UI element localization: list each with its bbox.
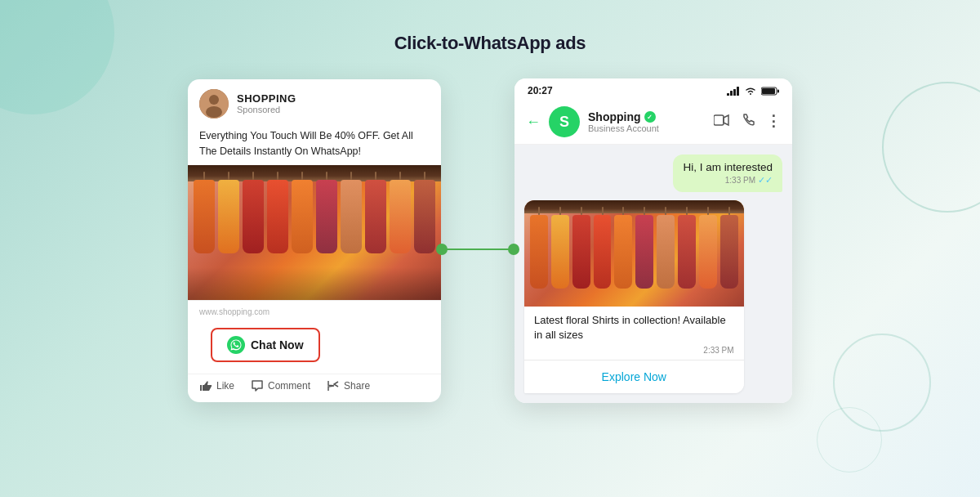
wa-received-text: Latest floral Shirts in collection! Avai… [524, 307, 744, 346]
cloth-3 [243, 172, 264, 253]
verified-badge: ✓ [644, 111, 656, 123]
content-area: SHOPPING Sponsored Everything You Touch … [122, 78, 858, 403]
like-label: Like [216, 380, 234, 392]
wa-bubble-image [524, 200, 744, 307]
wa-header: ← S Shopping ✓ Business Account [514, 100, 792, 145]
svg-rect-10 [714, 115, 724, 125]
wa-contact-info: Shopping ✓ Business Account [588, 110, 706, 133]
video-call-icon[interactable] [714, 114, 730, 130]
cloth-7 [341, 172, 362, 253]
wa-received-bubble: Latest floral Shirts in collection! Avai… [524, 200, 744, 393]
explore-now-button[interactable]: Explore Now [524, 360, 744, 393]
fb-url: www.shopping.com [199, 307, 270, 316]
connector-line [441, 248, 514, 250]
page-title: Click-to-WhatsApp ads [394, 33, 586, 54]
deco-circle-tr [882, 82, 980, 213]
connector [441, 248, 514, 250]
svg-point-2 [206, 106, 222, 118]
svg-rect-8 [762, 88, 775, 94]
image-overlay [188, 267, 441, 300]
chat-btn-container: Chat Now [188, 323, 441, 374]
wa-contact-avatar: S [549, 106, 580, 137]
wifi-icon [744, 86, 757, 96]
fb-ad-text: Everything You Touch Will Be 40% OFF. Ge… [188, 125, 441, 166]
rack-visual [188, 165, 441, 300]
wa-header-actions: ⋮ [714, 114, 781, 130]
cloth-5 [292, 172, 313, 253]
whatsapp-icon [227, 336, 245, 354]
cloth-1 [194, 172, 215, 253]
fb-ad-header: SHOPPING Sponsored [188, 79, 441, 125]
svg-point-1 [209, 95, 219, 105]
cloth-4 [267, 172, 288, 253]
svg-rect-3 [727, 93, 729, 96]
share-action[interactable]: Share [327, 379, 370, 392]
share-label: Share [344, 380, 370, 392]
cloth-6 [316, 172, 337, 253]
fb-ad-card: SHOPPING Sponsored Everything You Touch … [188, 79, 441, 403]
rack-visual-2 [524, 200, 744, 307]
whatsapp-phone: 20:27 [514, 78, 792, 403]
sent-message-text: Hi, I am interested [683, 161, 773, 173]
svg-rect-4 [730, 91, 733, 96]
wa-chat-area: Hi, I am interested 1:33 PM ✓✓ [514, 145, 792, 403]
cloth-2 [218, 172, 239, 253]
phone-call-icon[interactable] [742, 114, 755, 130]
cloth-9 [390, 172, 411, 253]
battery-icon [761, 87, 779, 96]
rack-clothes-2 [524, 207, 744, 307]
cloth-8 [365, 172, 386, 253]
deco-circle-br2 [817, 407, 882, 472]
wa-contact-name: Shopping ✓ [588, 110, 706, 123]
fb-actions: Like Comment Share [188, 374, 441, 402]
wa-sent-bubble: Hi, I am interested 1:33 PM ✓✓ [673, 154, 782, 192]
fb-avatar [199, 89, 229, 119]
chat-now-label: Chat Now [251, 338, 304, 351]
svg-rect-6 [737, 87, 739, 96]
phone-time: 20:27 [528, 85, 553, 96]
comment-action[interactable]: Comment [251, 379, 310, 392]
status-icons [727, 86, 779, 96]
fb-sponsored: Sponsored [237, 105, 296, 114]
wa-sent-meta: 1:33 PM ✓✓ [683, 175, 773, 186]
fb-brand-name: SHOPPING [237, 92, 296, 105]
fb-ad-footer: www.shopping.com [188, 300, 441, 323]
wa-back-button[interactable]: ← [526, 114, 541, 131]
sent-time: 1:33 PM [725, 176, 755, 185]
svg-rect-5 [733, 89, 736, 96]
comment-label: Comment [268, 380, 310, 392]
deco-circle-tl [0, 0, 114, 114]
svg-rect-9 [777, 89, 779, 92]
wa-received-time: 2:33 PM [524, 346, 744, 360]
wa-contact-status: Business Account [588, 123, 706, 133]
chat-now-button[interactable]: Chat Now [211, 328, 320, 362]
more-options-icon[interactable]: ⋮ [766, 114, 781, 130]
phone-status-bar: 20:27 [514, 78, 792, 100]
fb-ad-image [188, 165, 441, 300]
cloth-10 [414, 172, 435, 253]
like-action[interactable]: Like [199, 379, 234, 392]
double-check-icon: ✓✓ [758, 175, 773, 186]
fb-brand-info: SHOPPING Sponsored [237, 92, 296, 114]
connector-dot-right [508, 244, 519, 255]
signal-icon [727, 87, 740, 96]
connector-dot-left [436, 244, 448, 255]
